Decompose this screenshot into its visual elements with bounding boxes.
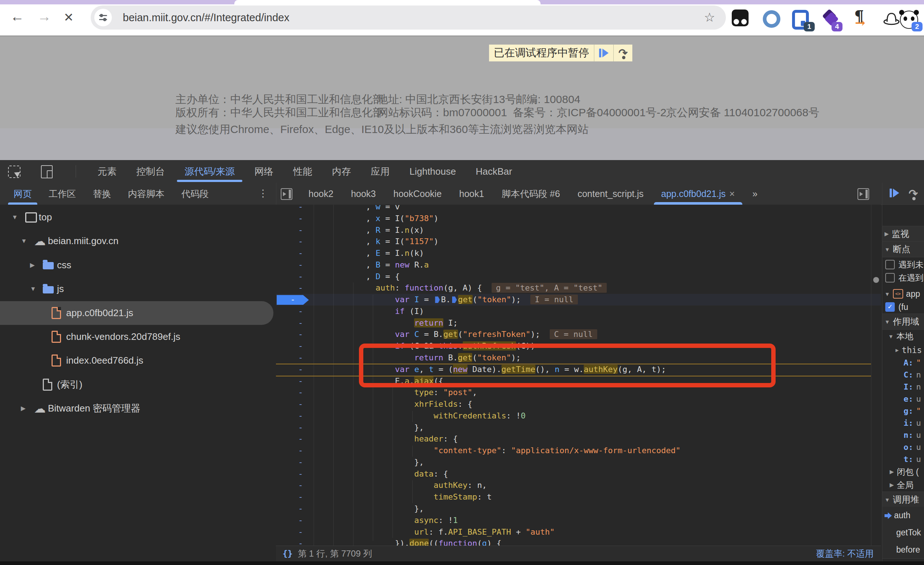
pane-tab-内容脚本[interactable]: 内容脚本 xyxy=(120,183,173,205)
sidebar-row-app[interactable]: ▼<>app xyxy=(882,287,924,300)
tree-expanded-arrow[interactable]: ▼ xyxy=(12,214,18,221)
code-line[interactable]: , E = I.n(k) xyxy=(276,247,881,259)
editor-tabs-overflow-icon[interactable]: » xyxy=(744,183,766,205)
close-tab-icon[interactable]: × xyxy=(729,188,735,199)
sidebar-row-i[interactable]: i:u xyxy=(882,417,924,429)
tree-row-beian.miit.gov.cn[interactable]: ▼☁beian.miit.gov.cn xyxy=(0,229,276,253)
code-line[interactable]: , w = v xyxy=(276,205,881,213)
code-line[interactable]: , D = { xyxy=(276,271,881,283)
expanded-arrow-icon[interactable]: ▼ xyxy=(885,319,890,325)
device-toolbar-icon[interactable] xyxy=(41,165,52,178)
code-line[interactable]: xhrFields: { xyxy=(276,399,881,410)
tree-row-app.c0fb0d21.js[interactable]: app.c0fb0d21.js xyxy=(0,301,273,325)
expanded-arrow-icon[interactable]: ▼ xyxy=(885,497,890,503)
tree-expanded-arrow[interactable]: ▼ xyxy=(30,285,36,293)
code-line[interactable]: timeStamp: t xyxy=(276,491,881,503)
breakpoint-checkbox-checked[interactable]: ✓ xyxy=(885,302,895,312)
collapsed-arrow-icon[interactable]: ▶ xyxy=(890,482,894,488)
code-line[interactable]: url: f.API_BASE_PATH + "auth" xyxy=(276,526,881,538)
hide-navigator-icon[interactable] xyxy=(281,188,292,200)
devtools-tab-内存[interactable]: 内存 xyxy=(322,160,361,183)
expanded-arrow-icon[interactable]: ▼ xyxy=(885,246,890,253)
sidebar-row-before[interactable]: before xyxy=(882,541,924,559)
devtools-tab-控制台[interactable]: 控制台 xyxy=(126,160,175,183)
code-line[interactable]: "content-type": "application/x-www-form-… xyxy=(276,445,881,456)
editor-tab-hook2[interactable]: hook2 xyxy=(300,183,342,205)
sidebar-row-t[interactable]: t:u xyxy=(882,453,924,465)
code-line[interactable]: async: !1 xyxy=(276,514,881,526)
code-line[interactable]: auth: function(g, A) {g = "test", A = "t… xyxy=(276,282,881,294)
tree-collapsed-arrow[interactable]: ▶ xyxy=(21,405,26,412)
devtools-tab-元素[interactable]: 元素 xyxy=(88,160,126,183)
tree-row-css[interactable]: ▶css xyxy=(0,253,276,277)
code-line[interactable]: type: "post", xyxy=(276,387,881,399)
tree-row-top[interactable]: ▼top xyxy=(0,205,276,229)
sidebar-row-n[interactable]: n:u xyxy=(882,429,924,441)
tree-expanded-arrow[interactable]: ▼ xyxy=(21,238,27,245)
extension-layers-icon[interactable]: 4 xyxy=(822,9,841,28)
extension-ring-icon[interactable] xyxy=(762,9,781,28)
banner-step-over-button[interactable]: ↷ xyxy=(614,45,632,61)
code-line[interactable]: , k = I("1157") xyxy=(276,236,881,247)
pane-tab-网页[interactable]: 网页 xyxy=(5,183,40,205)
bookmark-star-icon[interactable]: ☆ xyxy=(704,6,715,30)
inspect-element-icon[interactable] xyxy=(8,166,21,178)
sidebar-row-断点[interactable]: ▼断点 xyxy=(882,241,924,257)
breakpoint-checkbox[interactable] xyxy=(885,260,895,269)
tree-row-js[interactable]: ▼js xyxy=(0,277,276,301)
breakpoint-checkbox[interactable] xyxy=(885,273,895,283)
pane-tab-替换[interactable]: 替换 xyxy=(84,183,120,205)
collapsed-arrow-icon[interactable]: ▶ xyxy=(896,347,899,354)
code-line[interactable]: header: { xyxy=(276,433,881,445)
sidebar-row-auth[interactable]: auth xyxy=(882,507,924,525)
code-line[interactable]: if (I) xyxy=(276,306,881,317)
stop-button[interactable]: ✕ xyxy=(64,10,74,24)
code-line[interactable]: }, xyxy=(276,503,881,514)
tree-row-Bitwarden 密码管理器[interactable]: ▶☁Bitwarden 密码管理器 xyxy=(0,397,276,420)
step-into-marker-icon[interactable] xyxy=(452,297,457,303)
code-line[interactable]: }).done((function(g) { xyxy=(276,538,881,546)
step-over-button[interactable]: ↷ xyxy=(909,188,918,199)
back-button[interactable]: ← xyxy=(10,9,24,24)
sidebar-row-o[interactable]: o:u xyxy=(882,441,924,453)
sidebar-row-调用堆[interactable]: ▼调用堆 xyxy=(882,492,924,508)
editor-tab-content_script.js[interactable]: content_script.js xyxy=(569,183,652,205)
extension-panda-icon[interactable]: 2 xyxy=(900,9,919,28)
tree-row-(索引)[interactable]: (索引) xyxy=(0,373,276,397)
tree-row-chunk-vendors.20d789ef.js[interactable]: chunk-vendors.20d789ef.js xyxy=(0,325,276,349)
sidebar-row-作用域[interactable]: ▼作用域 xyxy=(882,313,924,330)
code-line[interactable]: }, xyxy=(276,456,881,468)
code-line[interactable]: data: { xyxy=(276,468,881,480)
dock-panel-icon[interactable] xyxy=(858,188,869,200)
pretty-print-icon[interactable]: {} xyxy=(282,549,293,558)
resume-script-button[interactable] xyxy=(890,189,899,199)
sidebar-row-在遇到[interactable]: 在遇到 xyxy=(882,271,924,284)
editor-tab-app.c0fb0d21.js[interactable]: app.c0fb0d21.js× xyxy=(652,183,744,205)
extension-tampermonkey-icon[interactable] xyxy=(732,9,751,28)
extension-pilcrow-icon[interactable]: ¶→ xyxy=(853,9,872,28)
tree-row-index.0eed766d.js[interactable]: index.0eed766d.js xyxy=(0,349,276,372)
devtools-tab-HackBar[interactable]: HackBar xyxy=(466,160,522,183)
step-into-marker-icon[interactable] xyxy=(435,297,440,303)
devtools-tab-网络[interactable]: 网络 xyxy=(244,160,283,183)
sidebar-row-(fu[interactable]: ✓(fu xyxy=(882,300,924,313)
code-line[interactable]: , B = new R.a xyxy=(276,259,881,271)
code-line[interactable]: , x = I("b738") xyxy=(276,213,881,225)
collapsed-arrow-icon[interactable]: ▶ xyxy=(885,231,889,237)
code-line[interactable]: var C = B.get("refreshToken");C = null xyxy=(276,328,881,340)
tree-collapsed-arrow[interactable]: ▶ xyxy=(30,261,35,269)
devtools-tab-源代码/来源[interactable]: 源代码/来源 xyxy=(175,160,244,183)
sidebar-row-本地[interactable]: ▼本地 xyxy=(882,329,924,343)
forward-button[interactable]: → xyxy=(37,9,51,24)
editor-tab-hook1[interactable]: hook1 xyxy=(450,183,493,205)
pane-tab-代码段[interactable]: 代码段 xyxy=(173,183,217,205)
sidebar-row-全局[interactable]: ▶全局 xyxy=(882,478,924,492)
code-line[interactable]: return I; xyxy=(276,317,881,329)
collapsed-arrow-icon[interactable]: ▶ xyxy=(890,469,894,475)
sidebar-row-遇到未[interactable]: 遇到未 xyxy=(882,258,924,271)
devtools-tab-Lighthouse[interactable]: Lighthouse xyxy=(399,160,466,183)
sidebar-row-this[interactable]: ▶this xyxy=(882,343,924,357)
devtools-tab-应用[interactable]: 应用 xyxy=(361,160,399,183)
editor-tab-脚本代码段 #6[interactable]: 脚本代码段 #6 xyxy=(493,183,569,205)
editor-tab-hook3[interactable]: hook3 xyxy=(342,183,384,205)
